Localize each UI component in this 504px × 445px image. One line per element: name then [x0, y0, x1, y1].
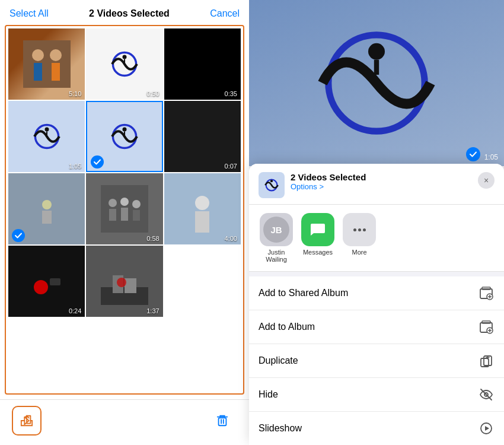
check-icon — [93, 158, 101, 166]
bottom-toolbar — [0, 399, 249, 445]
share-contact-item[interactable]: JB JustinWailing — [259, 213, 294, 263]
contact-icon: JB — [260, 213, 293, 246]
svg-point-42 — [368, 43, 385, 60]
messages-icon — [301, 213, 334, 246]
video-item-7[interactable] — [8, 173, 85, 244]
svg-rect-5 — [52, 63, 60, 81]
camera-thumb-icon — [29, 263, 65, 299]
logo-thumb-icon — [26, 122, 68, 151]
svg-rect-17 — [42, 211, 52, 224]
svg-point-19 — [109, 199, 117, 207]
svg-rect-48 — [482, 287, 490, 290]
video-item-1[interactable]: 5:10 — [8, 28, 85, 100]
share-icon — [20, 414, 33, 427]
svg-rect-20 — [109, 209, 116, 221]
message-bubble-icon — [309, 221, 327, 239]
svg-rect-30 — [50, 278, 60, 285]
video-duration: 1:05 — [69, 163, 81, 170]
video-grid: 5:10 0:50 0:35 — [5, 25, 244, 395]
svg-rect-24 — [133, 210, 140, 221]
svg-point-4 — [50, 49, 62, 61]
selected-check-badge — [12, 229, 25, 242]
duplicate-item[interactable]: Duplicate — [249, 344, 504, 378]
contact-label: JustinWailing — [266, 249, 287, 263]
share-sheet-header: 2 Videos Selected Options > × — [249, 164, 504, 205]
slideshow-item[interactable]: Slideshow — [249, 412, 504, 445]
logo-thumb-icon — [104, 49, 145, 79]
share-options-link[interactable]: Options > — [291, 182, 478, 191]
svg-marker-64 — [485, 426, 489, 431]
svg-rect-53 — [482, 321, 490, 323]
delete-button[interactable] — [208, 406, 237, 436]
contact-avatar: JB — [263, 217, 289, 243]
video-duration: 1:37 — [146, 307, 159, 314]
svg-point-21 — [120, 198, 129, 206]
share-close-button[interactable]: × — [478, 172, 495, 189]
duplicate-icon — [478, 352, 495, 369]
duplicate-label: Duplicate — [259, 355, 298, 366]
shared-album-icon — [478, 285, 495, 301]
video-preview: 1:05 — [249, 0, 504, 166]
video-duration: 5:10 — [69, 90, 81, 97]
svg-rect-3 — [34, 63, 42, 81]
share-thumb — [259, 172, 285, 198]
add-album-item[interactable]: Add to Album — [249, 310, 504, 344]
three-dots-icon — [353, 228, 366, 231]
more-label: More — [352, 249, 366, 256]
add-album-label: Add to Album — [259, 322, 315, 332]
svg-rect-27 — [195, 211, 209, 233]
video-item-5[interactable] — [86, 101, 162, 172]
video-duration: 0:24 — [69, 307, 81, 314]
add-shared-album-item[interactable]: Add to Shared Album — [249, 276, 504, 310]
preview-logo-icon — [294, 24, 460, 142]
svg-point-35 — [117, 278, 126, 287]
hide-icon — [478, 386, 495, 403]
speaker-thumb-icon — [178, 185, 226, 233]
share-header-text: 2 Videos Selected Options > — [291, 172, 478, 191]
share-thumb-logo-icon — [261, 177, 282, 193]
share-button[interactable] — [12, 406, 42, 436]
check-icon — [469, 150, 477, 158]
svg-rect-1 — [23, 40, 71, 88]
crowd-thumb-icon — [101, 185, 148, 233]
video-item-8[interactable]: 0:58 — [86, 173, 162, 244]
svg-rect-34 — [125, 278, 136, 293]
select-all-button[interactable]: Select All — [9, 8, 49, 19]
hide-item[interactable]: Hide — [249, 378, 504, 412]
svg-point-23 — [132, 200, 141, 208]
video-item-3[interactable]: 0:35 — [164, 28, 241, 100]
wall-thumb-icon — [29, 194, 65, 224]
add-album-icon — [478, 319, 495, 335]
video-item-6[interactable]: 0:07 — [164, 101, 241, 172]
share-messages-item[interactable]: Messages — [300, 213, 336, 263]
video-duration: 0:58 — [146, 235, 159, 242]
video-duration: 0:50 — [146, 90, 159, 97]
preview-check-badge — [466, 147, 480, 161]
video-item-10[interactable]: 0:24 — [8, 246, 85, 317]
add-shared-album-label: Add to Shared Album — [259, 288, 348, 298]
svg-rect-22 — [121, 208, 128, 221]
share-sheet-title: 2 Videos Selected — [291, 172, 478, 182]
video-item-11[interactable]: 1:37 — [86, 246, 162, 317]
video-item-9[interactable]: 4:00 — [164, 173, 241, 244]
video-item-2[interactable]: 0:50 — [86, 28, 162, 100]
svg-point-46 — [270, 180, 273, 182]
left-panel: Select All 2 Videos Selected Cancel 5:10 — [0, 0, 249, 445]
trash-icon — [216, 414, 229, 428]
svg-point-10 — [44, 128, 49, 132]
more-icon — [343, 213, 376, 246]
cancel-button[interactable]: Cancel — [210, 8, 240, 19]
svg-rect-37 — [219, 418, 227, 425]
svg-point-16 — [42, 200, 52, 209]
video-duration: 0:07 — [225, 163, 237, 170]
right-panel: 1:05 2 Videos Selected Options > × — [249, 0, 504, 445]
check-icon — [14, 231, 23, 240]
share-more-item[interactable]: More — [342, 213, 377, 263]
logo-thumb-icon — [104, 122, 145, 151]
top-bar: Select All 2 Videos Selected Cancel — [0, 0, 249, 25]
video-duration: 0:35 — [225, 90, 237, 97]
svg-point-2 — [32, 49, 44, 61]
slideshow-label: Slideshow — [259, 423, 302, 434]
video-duration: 4:00 — [225, 235, 237, 242]
video-item-4[interactable]: 1:05 — [8, 101, 85, 172]
